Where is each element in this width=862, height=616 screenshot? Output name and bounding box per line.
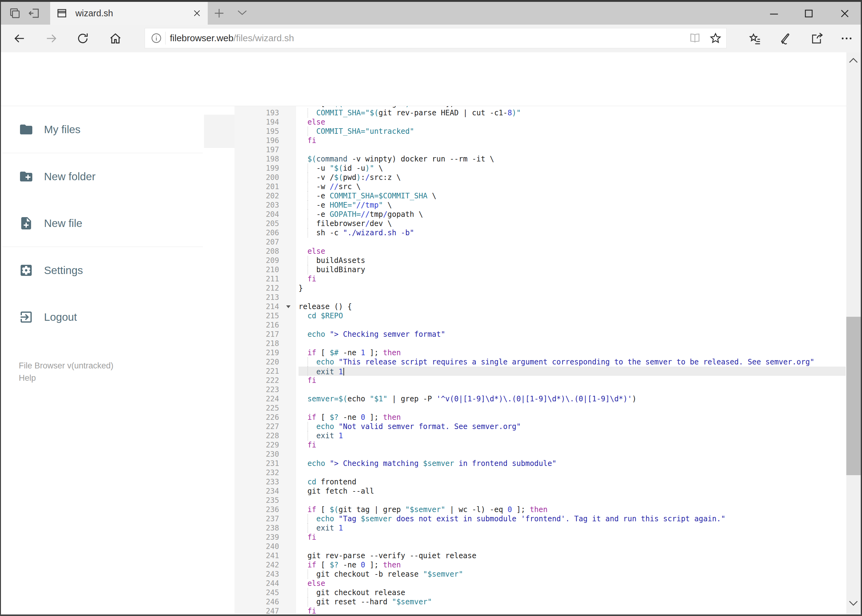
code-line[interactable]: $(command -v winpty) docker run --rm -it… bbox=[298, 154, 846, 163]
code-line[interactable] bbox=[298, 496, 846, 505]
code-line[interactable]: git checkout release bbox=[298, 588, 846, 597]
code-line[interactable]: fi bbox=[298, 136, 846, 145]
new-tab-button[interactable] bbox=[213, 7, 225, 20]
address-bar[interactable]: filebrowser.web/files/wizard.sh bbox=[145, 28, 726, 48]
code-line[interactable]: buildBinary bbox=[298, 265, 846, 274]
code-line[interactable]: } bbox=[298, 284, 846, 293]
sidebar-item-logout[interactable]: Logout bbox=[1, 294, 204, 341]
browser-tab[interactable]: wizard.sh bbox=[50, 2, 208, 25]
refresh-icon[interactable] bbox=[76, 32, 90, 45]
code-line[interactable]: fi bbox=[298, 440, 846, 449]
help-link[interactable]: Help bbox=[19, 372, 204, 384]
code-line[interactable] bbox=[298, 468, 846, 477]
code-line[interactable] bbox=[298, 449, 846, 459]
code-line[interactable]: -w //src \ bbox=[298, 182, 846, 191]
code-line[interactable]: echo "Not valid semver format. See semve… bbox=[298, 422, 846, 431]
code-line[interactable]: else bbox=[298, 247, 846, 256]
code-line[interactable]: semver=$(echo "$1" | grep -P '^v(0|[1-9]… bbox=[298, 394, 846, 404]
code-line[interactable]: -e GOPATH=//tmp/gopath \ bbox=[298, 210, 846, 219]
code-line[interactable]: if [ "$(command -v git)" != "" ]; then bbox=[298, 106, 846, 108]
code-line[interactable]: cd frontend bbox=[298, 477, 846, 487]
code-line[interactable]: fi bbox=[298, 376, 846, 385]
sidebar-item-new-file[interactable]: New file bbox=[1, 200, 204, 247]
forward-icon[interactable] bbox=[45, 32, 58, 45]
code-line[interactable]: -v /$(pwd):/src:z \ bbox=[298, 173, 846, 182]
code-line[interactable]: echo "Tag $semver does not exist in subm… bbox=[298, 514, 846, 523]
code-line[interactable]: if [ $(git tag | grep "$semver" | wc -l)… bbox=[298, 505, 846, 514]
scroll-down-icon[interactable] bbox=[848, 600, 859, 610]
code-line[interactable]: if [ $? -ne 0 ]; then bbox=[298, 413, 846, 422]
code-line[interactable]: cd $REPO bbox=[298, 311, 846, 321]
sidebar-item-new-folder[interactable]: New folder bbox=[1, 153, 204, 200]
code-line[interactable]: fi bbox=[298, 607, 846, 614]
code-line[interactable]: else bbox=[298, 579, 846, 588]
code-line[interactable]: git rev-parse --verify --quiet release bbox=[298, 551, 846, 560]
tab-close-icon[interactable] bbox=[192, 9, 202, 18]
code-line[interactable]: -e COMMIT_SHA=$COMMIT_SHA \ bbox=[298, 191, 846, 201]
code-line[interactable]: COMMIT_SHA="untracked" bbox=[298, 127, 846, 136]
code-line[interactable]: release () { bbox=[298, 302, 846, 311]
code-line[interactable]: git fetch --all bbox=[298, 487, 846, 496]
tab-list-chevron-icon[interactable] bbox=[236, 9, 248, 18]
line-number: 213 bbox=[235, 293, 296, 302]
code-line[interactable]: git checkout -b release "$semver" bbox=[298, 570, 846, 579]
set-tabs-aside-icon[interactable] bbox=[28, 7, 40, 19]
code-line[interactable]: filebrowser/dev \ bbox=[298, 219, 846, 228]
code-line[interactable]: if [ $# -ne 1 ]; then bbox=[298, 348, 846, 357]
code-line[interactable]: exit 1 bbox=[298, 431, 846, 440]
line-number: 208 bbox=[235, 247, 296, 256]
ink-pen-icon[interactable] bbox=[778, 32, 791, 45]
code-line[interactable]: COMMIT_SHA="$(git rev-parse HEAD | cut -… bbox=[298, 108, 846, 118]
page-scrollbar[interactable] bbox=[846, 52, 861, 614]
code-line[interactable]: buildAssets bbox=[298, 256, 846, 265]
code-line[interactable] bbox=[298, 385, 846, 394]
more-menu-icon[interactable] bbox=[840, 32, 853, 45]
newfile-icon bbox=[19, 216, 33, 231]
info-icon[interactable] bbox=[150, 32, 162, 44]
code-line[interactable] bbox=[298, 321, 846, 330]
scrollbar-thumb[interactable] bbox=[846, 317, 861, 475]
minimize-icon[interactable] bbox=[767, 7, 781, 20]
line-number: 237 bbox=[235, 514, 296, 523]
fold-arrow-icon[interactable] bbox=[286, 305, 290, 308]
code-line[interactable]: echo "> Checking semver format" bbox=[298, 330, 846, 339]
line-number: 194 bbox=[235, 118, 296, 127]
window-border-right bbox=[861, 0, 862, 616]
share-page-icon[interactable] bbox=[810, 32, 824, 45]
scroll-up-icon[interactable] bbox=[848, 57, 859, 67]
code-line[interactable] bbox=[298, 293, 846, 302]
code-line[interactable] bbox=[298, 237, 846, 247]
code-line[interactable] bbox=[298, 542, 846, 551]
code-line[interactable]: else bbox=[298, 118, 846, 127]
code-line[interactable]: exit 1 bbox=[298, 523, 846, 533]
close-icon[interactable] bbox=[838, 7, 851, 20]
maximize-icon[interactable] bbox=[802, 7, 816, 20]
text-cursor bbox=[344, 368, 344, 376]
code-line[interactable]: echo "> Checking matching $semver in fro… bbox=[298, 459, 846, 468]
code-line[interactable]: if [ $? -ne 0 ]; then bbox=[298, 560, 846, 570]
sidebar-item-my-files[interactable]: My files bbox=[1, 106, 204, 153]
sidebar-item-settings[interactable]: Settings bbox=[1, 247, 204, 294]
code-line[interactable]: git reset --hard "$semver" bbox=[298, 597, 846, 607]
favorite-star-icon[interactable] bbox=[709, 32, 722, 45]
code-line[interactable] bbox=[298, 339, 846, 348]
code-line[interactable]: echo "This release script requires a sin… bbox=[298, 357, 846, 366]
code-line[interactable] bbox=[298, 145, 846, 154]
code-line[interactable]: fi bbox=[298, 533, 846, 542]
tab-preview-icon[interactable] bbox=[9, 7, 21, 19]
code-line[interactable] bbox=[298, 404, 846, 413]
code-line[interactable]: sh -c "./wizard.sh -b" bbox=[298, 228, 846, 237]
code-line[interactable]: exit 1 bbox=[298, 366, 846, 376]
code-line[interactable]: fi bbox=[298, 274, 846, 284]
editor-gutter: 1921931941951961971981992002012022032042… bbox=[235, 106, 296, 614]
code-editor[interactable]: 1921931941951961971981992002012022032042… bbox=[235, 106, 846, 614]
favorites-hub-icon[interactable] bbox=[748, 32, 762, 45]
back-icon[interactable] bbox=[13, 32, 26, 45]
home-icon[interactable] bbox=[109, 32, 122, 45]
browser-nav-bar: filebrowser.web/files/wizard.sh bbox=[1, 25, 861, 52]
line-number: 233 bbox=[235, 477, 296, 487]
indent-guide bbox=[307, 173, 308, 182]
code-line[interactable]: -e HOME="//tmp" \ bbox=[298, 201, 846, 210]
code-line[interactable]: -u "$(id -u)" \ bbox=[298, 163, 846, 173]
line-number: 226 bbox=[235, 413, 296, 422]
